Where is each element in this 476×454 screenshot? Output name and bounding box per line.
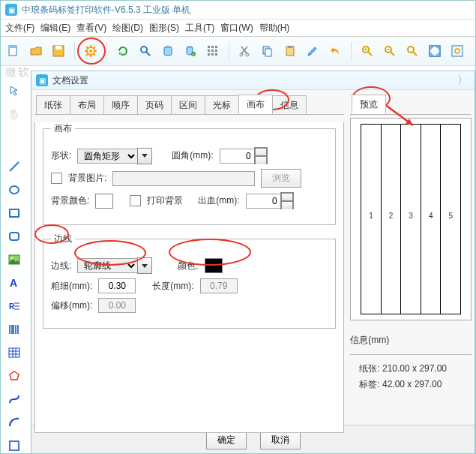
db-add-icon[interactable]: + xyxy=(181,41,200,61)
svg-rect-27 xyxy=(211,53,214,56)
info-label: 标签: 42.00 x 297.00 xyxy=(359,378,472,391)
corner-spinner[interactable] xyxy=(220,147,268,164)
menu-draw[interactable]: 绘图(D) xyxy=(112,22,143,35)
tab-range[interactable]: 区间 xyxy=(171,95,205,114)
tab-order[interactable]: 顺序 xyxy=(103,95,138,114)
db-icon[interactable] xyxy=(158,41,178,61)
paste-icon[interactable] xyxy=(280,41,300,61)
shape-select-input[interactable]: 圆角矩形 xyxy=(77,149,137,164)
bgimg-checkbox[interactable] xyxy=(51,173,62,184)
settings-tab-content: 画布 形状: 圆角矩形 圆角(mm): xyxy=(34,122,344,433)
bleed-input[interactable] xyxy=(246,194,280,209)
menu-shape[interactable]: 图形(S) xyxy=(149,22,179,35)
bgcolor-swatch[interactable] xyxy=(95,194,113,209)
app-logo-icon: ▣ xyxy=(5,4,17,16)
printbg-label: 打印背景 xyxy=(147,194,183,207)
color-label: 颜色: xyxy=(178,260,198,272)
line-icon[interactable] xyxy=(5,158,23,176)
info-block: 信息(mm) 纸张: 210.00 x 297.00 标签: 42.00 x 2… xyxy=(350,334,472,391)
polygon-icon[interactable] xyxy=(5,367,23,385)
corner-input[interactable] xyxy=(220,149,254,164)
barcode-icon[interactable] xyxy=(5,320,23,338)
rounded-rect-icon[interactable] xyxy=(5,227,23,245)
menu-bar[interactable]: 文件(F) 编辑(E) 查看(V) 绘图(D) 图形(S) 工具(T) 窗口(W… xyxy=(1,20,475,37)
svg-text:R: R xyxy=(9,302,15,311)
close-icon[interactable]: 〉 xyxy=(455,74,470,87)
open-icon[interactable] xyxy=(26,41,46,61)
curve-icon[interactable] xyxy=(5,390,23,408)
tab-paper[interactable]: 纸张 xyxy=(36,95,70,114)
arc-icon[interactable] xyxy=(5,413,23,431)
bleed-spinner[interactable] xyxy=(246,192,294,209)
menu-edit[interactable]: 编辑(E) xyxy=(40,22,70,35)
table-icon[interactable] xyxy=(5,344,23,362)
richtext-icon[interactable]: R xyxy=(5,297,23,315)
svg-point-48 xyxy=(455,49,460,53)
image-icon[interactable] xyxy=(5,251,23,269)
shape-select[interactable]: 圆角矩形 xyxy=(77,148,152,164)
settings-icon[interactable] xyxy=(81,41,100,61)
preview-area: 1 2 3 4 5 xyxy=(350,118,472,320)
info-paper: 纸张: 210.00 x 297.00 xyxy=(359,362,472,375)
hand-icon[interactable] xyxy=(5,105,23,123)
refresh-icon[interactable] xyxy=(113,41,133,61)
copy-icon[interactable] xyxy=(258,41,277,61)
canvas-legend: 画布 xyxy=(51,122,75,135)
spin-down-icon[interactable] xyxy=(254,155,268,164)
new-icon[interactable] xyxy=(4,41,23,61)
svg-line-45 xyxy=(413,52,417,56)
col-number: 3 xyxy=(409,211,413,219)
tab-info[interactable]: 信息 xyxy=(272,95,307,114)
bgimg-path-input[interactable] xyxy=(112,171,255,186)
line-select-input[interactable]: 轮廓线 xyxy=(77,258,137,273)
spin-down-icon[interactable] xyxy=(280,200,294,209)
undo-icon[interactable] xyxy=(325,41,345,61)
menu-tools[interactable]: 工具(T) xyxy=(185,22,214,35)
cancel-button[interactable]: 取消 xyxy=(260,431,301,449)
tab-page[interactable]: 页码 xyxy=(137,95,172,114)
menu-file[interactable]: 文件(F) xyxy=(5,22,34,35)
svg-rect-23 xyxy=(208,50,210,52)
svg-rect-70 xyxy=(10,441,19,450)
star-icon[interactable] xyxy=(5,437,23,454)
settings-tabs: 纸张 布局 顺序 页码 区间 光标 画布 信息 xyxy=(34,93,344,115)
menu-window[interactable]: 窗口(W) xyxy=(220,22,253,35)
preview-col: 5 xyxy=(441,125,460,314)
line-select[interactable]: 轮廓线 xyxy=(77,257,152,274)
ellipse-icon[interactable] xyxy=(5,204,23,222)
app-window: ▣ 中琅条码标签打印软件-V6.5.3 工业版 单机 文件(F) 编辑(E) 查… xyxy=(0,0,476,454)
tab-layout[interactable]: 布局 xyxy=(70,95,104,114)
chevron-down-icon[interactable] xyxy=(137,148,152,164)
svg-rect-52 xyxy=(10,233,19,240)
zoom-out-icon[interactable] xyxy=(380,41,400,61)
grid-icon[interactable] xyxy=(203,41,223,61)
tab-cursor[interactable]: 光标 xyxy=(205,95,239,114)
menu-view[interactable]: 查看(V) xyxy=(76,22,106,35)
pointer-icon[interactable] xyxy=(5,82,23,100)
cut-icon[interactable] xyxy=(235,41,255,61)
spin-up-icon[interactable] xyxy=(254,147,268,155)
brush-icon[interactable] xyxy=(303,41,322,61)
dialog-header[interactable]: ▣ 文档设置 〉 xyxy=(31,71,475,90)
text-icon[interactable]: A xyxy=(5,274,23,292)
menu-help[interactable]: 帮助(H) xyxy=(259,22,290,35)
rect-icon[interactable] xyxy=(5,181,23,199)
zoom-fit-icon[interactable] xyxy=(403,41,422,61)
zoom-region-icon[interactable] xyxy=(448,41,467,61)
fit-screen-icon[interactable] xyxy=(425,41,445,61)
save-icon[interactable] xyxy=(49,41,68,61)
browse-button[interactable]: 浏览 xyxy=(261,169,301,188)
line-color-swatch[interactable] xyxy=(205,258,223,273)
printbg-checkbox[interactable] xyxy=(130,195,141,206)
svg-rect-26 xyxy=(208,53,210,56)
tab-canvas[interactable]: 画布 xyxy=(238,95,273,114)
thick-input[interactable] xyxy=(98,278,136,293)
spin-up-icon[interactable] xyxy=(280,192,294,200)
offset-label: 偏移(mm): xyxy=(51,299,92,312)
settings-left-pane: 纸张 布局 顺序 页码 区间 光标 画布 信息 画布 形状: xyxy=(31,90,347,425)
ok-button[interactable]: 确定 xyxy=(206,431,247,449)
tab-preview[interactable]: 预览 xyxy=(352,95,386,114)
zoom-in-icon[interactable] xyxy=(358,41,377,61)
chevron-down-icon[interactable] xyxy=(137,257,152,274)
zoom-icon[interactable] xyxy=(136,41,155,61)
